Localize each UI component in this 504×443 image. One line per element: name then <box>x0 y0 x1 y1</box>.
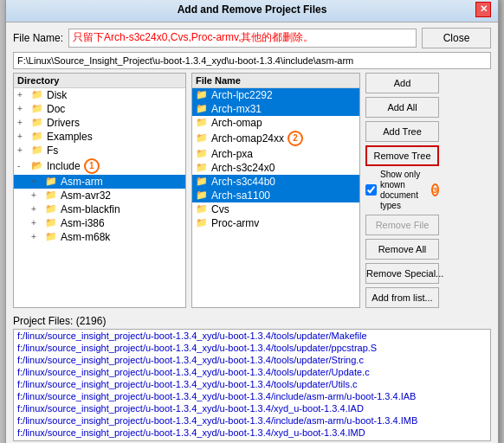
panels-container: Directory + 📁 Disk + 📁 Doc + 📁 Drivers <box>13 73 491 308</box>
remove-special-button[interactable]: Remove Special... <box>365 263 439 284</box>
main-window: Add and Remove Project Files ✕ File Name… <box>5 0 499 443</box>
tree-item-asm-m68k[interactable]: + 📁 Asm-m68k <box>14 230 185 244</box>
file-panel[interactable]: File Name 📁 Arch-lpc2292 📁 Arch-mx31 📁 A… <box>191 73 360 308</box>
directory-panel[interactable]: Directory + 📁 Disk + 📁 Doc + 📁 Drivers <box>13 73 186 308</box>
add-tree-button[interactable]: Add Tree <box>365 121 439 142</box>
folder-icon: 📁 <box>45 176 59 187</box>
tree-item-asm-arm[interactable]: + 📁 Asm-arm <box>14 175 185 189</box>
expand-icon: + <box>17 90 31 100</box>
project-file-item[interactable]: f:/linux/source_insight_project/u-boot-1… <box>14 402 490 414</box>
folder-icon: 📁 <box>31 131 45 142</box>
file-item-arch-lpc2292[interactable]: 📁 Arch-lpc2292 <box>192 88 359 102</box>
folder-icon: 📁 <box>31 103 45 114</box>
title-bar: Add and Remove Project Files ✕ <box>6 0 498 22</box>
file-item-proc-armv[interactable]: 📁 Proc-armv <box>192 216 359 230</box>
folder-icon: 📁 <box>196 148 210 159</box>
file-item-arch-sa1100[interactable]: 📁 Arch-sa1100 <box>192 189 359 202</box>
window-title: Add and Remove Project Files <box>29 3 475 16</box>
expand-icon: + <box>31 218 45 228</box>
file-item-arch-s3c24x0[interactable]: 📁 Arch-s3c24x0 <box>192 161 359 175</box>
folder-icon: 📁 <box>196 189 210 201</box>
expand-icon: + <box>17 104 31 113</box>
remove-file-button[interactable]: Remove File <box>365 215 439 235</box>
badge-3: 3 <box>431 183 439 196</box>
project-files-header: Project Files: (2196) <box>13 315 491 327</box>
filename-input[interactable] <box>68 29 417 48</box>
tree-item-include[interactable]: - 📂 Include 1 <box>14 157 185 175</box>
expand-icon: + <box>17 145 31 155</box>
path-text: F:\Linux\Source_Insight_Project\u-boot-1… <box>17 55 353 66</box>
expand-icon: + <box>31 232 45 241</box>
tree-item-doc[interactable]: + 📁 Doc <box>14 102 185 116</box>
filename-row: File Name: Close <box>13 28 491 48</box>
folder-icon: 📁 <box>45 231 59 242</box>
action-buttons: Add Add All Add Tree Remove Tree Show on… <box>365 73 439 308</box>
close-button[interactable]: Close <box>422 28 491 48</box>
known-types-label: Show only known document types <box>380 170 424 211</box>
folder-icon: 📁 <box>196 162 210 173</box>
folder-icon: 📁 <box>31 144 45 156</box>
tree-item-disk[interactable]: + 📁 Disk <box>14 88 185 102</box>
folder-icon: 📁 <box>45 203 59 215</box>
add-from-list-button[interactable]: Add from list... <box>365 287 439 308</box>
close-window-button[interactable]: ✕ <box>475 2 491 17</box>
file-item-arch-mx31[interactable]: 📁 Arch-mx31 <box>192 102 359 116</box>
expand-icon: + <box>31 190 45 200</box>
folder-icon: 📁 <box>45 217 59 228</box>
file-item-arch-omap24xx[interactable]: 📁 Arch-omap24xx 2 <box>192 130 359 147</box>
add-button[interactable]: Add <box>365 73 439 93</box>
folder-icon: 📁 <box>196 132 210 144</box>
badge-1: 1 <box>84 158 100 174</box>
folder-icon: 📁 <box>31 117 45 128</box>
expand-icon: + <box>31 204 45 214</box>
folder-icon: 📁 <box>31 89 45 100</box>
tree-item-examples[interactable]: + 📁 Examples <box>14 130 185 144</box>
tree-item-fs[interactable]: + 📁 Fs <box>14 144 185 157</box>
file-item-cvs[interactable]: 📁 Cvs <box>192 202 359 216</box>
folder-icon: 📁 <box>196 217 210 228</box>
add-all-button[interactable]: Add All <box>365 97 439 118</box>
project-file-item[interactable]: f:/linux/source_insight_project/u-boot-1… <box>14 354 490 366</box>
tree-item-asm-blackfin[interactable]: + 📁 Asm-blackfin <box>14 202 185 216</box>
project-file-item[interactable]: f:/linux/source_insight_project/u-boot-1… <box>14 427 490 439</box>
folder-icon: 📁 <box>196 203 210 215</box>
project-files-list[interactable]: f:/linux/source_insight_project/u-boot-1… <box>13 329 491 441</box>
file-item-arch-s3c44b0[interactable]: 📁 Arch-s3c44b0 <box>192 175 359 189</box>
project-file-item[interactable]: f:/linux/source_insight_project/u-boot-1… <box>14 366 490 378</box>
tree-item-drivers[interactable]: + 📁 Drivers <box>14 116 185 130</box>
folder-icon: 📁 <box>196 176 210 187</box>
remove-tree-button[interactable]: Remove Tree <box>365 145 439 166</box>
file-item-arch-omap[interactable]: 📁 Arch-omap <box>192 116 359 130</box>
file-item-arch-pxa[interactable]: 📁 Arch-pxa <box>192 147 359 161</box>
folder-icon: 📁 <box>196 89 210 100</box>
directory-header: Directory <box>14 74 185 88</box>
project-file-item[interactable]: f:/linux/source_insight_project/u-boot-1… <box>14 390 490 402</box>
file-header: File Name <box>192 74 359 88</box>
remove-all-button[interactable]: Remove All <box>365 239 439 260</box>
folder-icon: 📁 <box>196 103 210 114</box>
project-file-item[interactable]: f:/linux/source_insight_project/u-boot-1… <box>14 378 490 390</box>
filename-label: File Name: <box>13 32 63 44</box>
project-file-item[interactable]: f:/linux/source_insight_project/u-boot-1… <box>14 330 490 342</box>
checkbox-row: Show only known document types 3 <box>365 170 439 211</box>
project-file-item[interactable]: f:/linux/source_insight_project/u-boot-1… <box>14 414 490 427</box>
badge-2: 2 <box>288 131 303 146</box>
expand-icon: - <box>17 161 31 170</box>
folder-icon: 📁 <box>196 117 210 128</box>
known-types-checkbox[interactable] <box>365 184 377 196</box>
project-file-item[interactable]: f:/linux/source_insight_project/u-boot-1… <box>14 439 490 441</box>
expand-icon: + <box>31 177 45 186</box>
folder-icon-open: 📂 <box>31 160 45 171</box>
project-file-item[interactable]: f:/linux/source_insight_project/u-boot-1… <box>14 342 490 354</box>
tree-item-asm-avr32[interactable]: + 📁 Asm-avr32 <box>14 189 185 202</box>
tree-item-asm-i386[interactable]: + 📁 Asm-i386 <box>14 216 185 230</box>
path-bar: F:\Linux\Source_Insight_Project\u-boot-1… <box>13 52 491 69</box>
project-files-section: Project Files: (2196) f:/linux/source_in… <box>13 315 491 441</box>
expand-icon: + <box>17 132 31 141</box>
expand-icon: + <box>17 118 31 127</box>
folder-icon: 📁 <box>45 189 59 201</box>
